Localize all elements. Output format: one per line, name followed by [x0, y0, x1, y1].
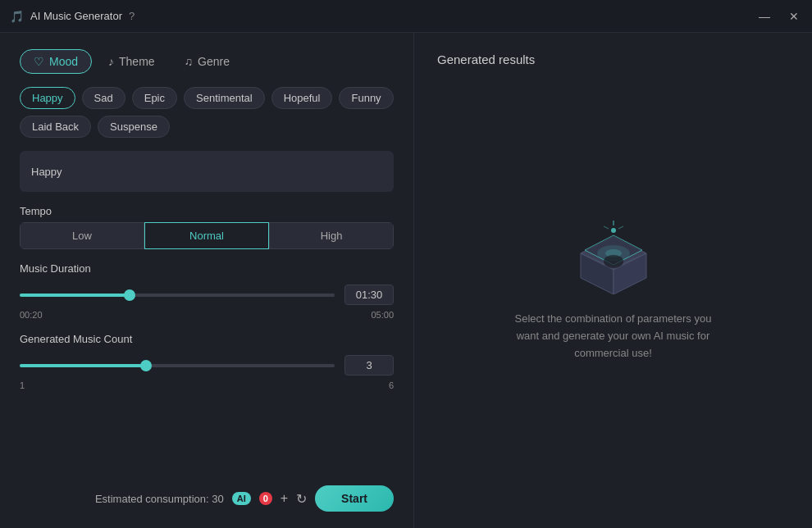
- app-icon: 🎵: [10, 10, 24, 23]
- add-credits-button[interactable]: +: [281, 491, 288, 506]
- bottom-bar: Estimated consumption: 30 AI 0 + ↻ Start: [20, 485, 394, 512]
- tempo-label: Tempo: [20, 205, 394, 217]
- mood-tab-icon: ♡: [34, 55, 44, 68]
- credit-count-badge: 0: [259, 492, 272, 505]
- duration-thumb[interactable]: [124, 289, 135, 301]
- start-button[interactable]: Start: [315, 485, 394, 512]
- ai-badge: AI: [232, 492, 251, 505]
- chip-hopeful[interactable]: Hopeful: [271, 87, 333, 109]
- generated-results-title: Generated results: [437, 52, 535, 66]
- tab-theme[interactable]: ♪ Theme: [95, 49, 168, 74]
- tab-mood[interactable]: ♡ Mood: [20, 49, 92, 74]
- duration-slider-track-wrap: [20, 289, 335, 301]
- chip-happy[interactable]: Happy: [20, 87, 75, 109]
- svg-point-11: [604, 255, 623, 268]
- box-illustration: [568, 212, 659, 294]
- count-labels: 1 6: [20, 380, 394, 390]
- tab-bar: ♡ Mood ♪ Theme ♫ Genre: [20, 49, 394, 74]
- duration-labels: 00:20 05:00: [20, 310, 394, 320]
- tempo-section: Tempo Low Normal High: [20, 205, 394, 249]
- duration-fill: [20, 294, 130, 297]
- count-thumb[interactable]: [140, 360, 152, 371]
- svg-point-7: [611, 228, 616, 233]
- chip-sentimental[interactable]: Sentimental: [184, 87, 265, 109]
- duration-label: Music Duration: [20, 262, 394, 275]
- empty-state: Select the combination of parameters you…: [437, 66, 789, 508]
- duration-value: 01:30: [344, 284, 394, 305]
- count-fill: [20, 364, 146, 367]
- count-value: 3: [344, 355, 394, 376]
- tempo-high[interactable]: High: [269, 222, 394, 249]
- empty-state-text: Select the combination of parameters you…: [515, 311, 712, 362]
- tempo-low[interactable]: Low: [20, 222, 144, 249]
- minimize-button[interactable]: —: [756, 8, 773, 25]
- chip-funny[interactable]: Funny: [339, 87, 393, 109]
- right-panel: Generated results: [414, 33, 812, 528]
- count-section: Generated Music Count 3 1 6: [20, 333, 394, 390]
- chip-sad[interactable]: Sad: [82, 87, 125, 109]
- tempo-group: Low Normal High: [20, 222, 394, 249]
- genre-tab-icon: ♫: [185, 55, 194, 68]
- app-title: AI Music Generator: [30, 10, 122, 22]
- chip-suspense[interactable]: Suspense: [98, 116, 170, 138]
- help-button[interactable]: ?: [129, 10, 135, 22]
- left-panel: ♡ Mood ♪ Theme ♫ Genre Happy Sad Epic Se…: [0, 33, 414, 528]
- tab-theme-label: Theme: [119, 55, 155, 68]
- count-max: 6: [389, 380, 394, 390]
- chip-epic[interactable]: Epic: [132, 87, 177, 109]
- tab-mood-label: Mood: [49, 55, 78, 68]
- tab-genre-label: Genre: [198, 55, 230, 68]
- theme-tab-icon: ♪: [108, 55, 114, 68]
- svg-line-9: [604, 226, 609, 229]
- count-slider-row: 3: [20, 355, 394, 376]
- chip-laid-back[interactable]: Laid Back: [20, 116, 91, 138]
- duration-min: 00:20: [20, 310, 43, 320]
- duration-slider-row: 01:30: [20, 284, 394, 305]
- tempo-normal[interactable]: Normal: [144, 222, 269, 249]
- duration-section: Music Duration 01:30 00:20 05:00: [20, 262, 394, 320]
- close-button[interactable]: ✕: [786, 8, 802, 25]
- svg-line-10: [618, 226, 623, 229]
- count-slider-track-wrap: [20, 360, 335, 371]
- mood-text-display: Happy: [20, 151, 394, 192]
- count-label: Generated Music Count: [20, 333, 394, 345]
- consumption-text: Estimated consumption: 30: [95, 493, 224, 505]
- duration-max: 05:00: [371, 310, 394, 320]
- mood-chips-container: Happy Sad Epic Sentimental Hopeful Funny…: [20, 87, 394, 138]
- window-controls: — ✕: [756, 8, 802, 25]
- count-min: 1: [20, 380, 25, 390]
- title-bar: 🎵 AI Music Generator ? — ✕: [0, 0, 812, 33]
- main-layout: ♡ Mood ♪ Theme ♫ Genre Happy Sad Epic Se…: [0, 33, 812, 528]
- refresh-button[interactable]: ↻: [296, 491, 307, 507]
- title-bar-left: 🎵 AI Music Generator ?: [10, 10, 135, 23]
- tab-genre[interactable]: ♫ Genre: [171, 49, 243, 74]
